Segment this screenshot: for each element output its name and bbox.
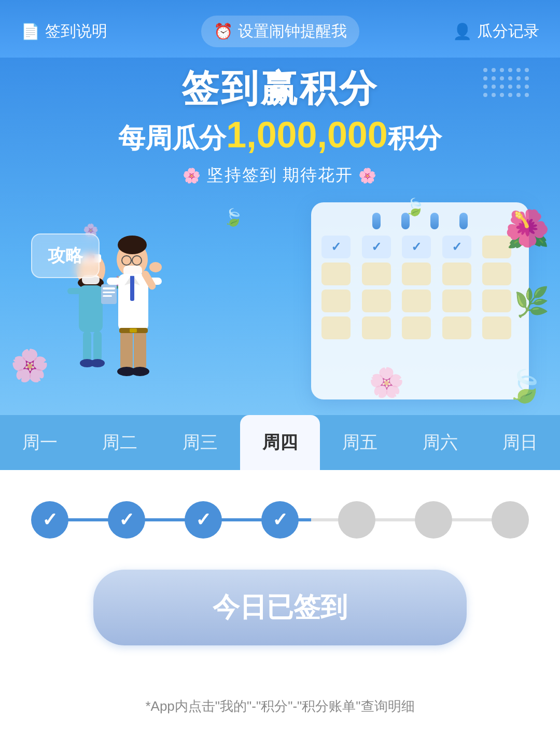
cal-cell-2-1 <box>362 289 391 312</box>
week-tab-周四[interactable]: 周四 <box>240 415 320 470</box>
cal-cell-0-3: ✓ <box>442 236 471 258</box>
progress-node-1: ✓ <box>31 501 68 539</box>
flower-icon-right: 🌸 <box>358 167 377 184</box>
cal-cell-2-0 <box>321 289 351 312</box>
hero-tagline: 🌸 坚持签到 期待花开 🌸 <box>0 164 560 187</box>
week-tab-周三[interactable]: 周三 <box>160 415 240 470</box>
hero-subtitle: 每周瓜分1,000,000积分 <box>0 114 560 157</box>
leaf-decoration-right: 🍃 <box>506 368 544 405</box>
cal-cell-3-0 <box>321 316 351 339</box>
svg-rect-22 <box>107 278 120 285</box>
cal-cell-1-1 <box>362 263 391 285</box>
week-tab-周五[interactable]: 周五 <box>320 415 400 470</box>
svg-rect-21 <box>130 275 134 301</box>
cal-ring-3 <box>430 213 439 229</box>
svg-rect-5 <box>67 288 81 294</box>
svg-rect-27 <box>134 329 146 371</box>
cal-cell-2-3 <box>442 289 471 312</box>
progress-node-4: ✓ <box>261 501 299 539</box>
leaf-decoration-top-right: 🌿 <box>514 285 550 319</box>
hero-title: 签到赢积分 <box>0 68 560 109</box>
dots-decoration <box>483 68 529 97</box>
flower-icon-left: 🌸 <box>183 167 202 184</box>
alarm-reminder-button[interactable]: ⏰ 设置闹钟提醒我 <box>201 16 359 47</box>
petal-bottom: 🌸 <box>369 366 404 399</box>
week-tab-周一[interactable]: 周一 <box>0 415 80 470</box>
cal-cell-3-3 <box>442 316 471 339</box>
subtitle-prefix: 每周瓜分 <box>118 123 226 153</box>
subtitle-suffix: 积分 <box>388 123 442 153</box>
svg-point-17 <box>118 236 147 254</box>
week-tab-周日[interactable]: 周日 <box>480 415 560 470</box>
svg-rect-11 <box>83 331 91 362</box>
progress-section: ✓✓✓✓ 今日已签到 <box>0 470 560 687</box>
share-record-button[interactable]: 👤 瓜分记录 <box>453 21 539 42</box>
document-icon: 📄 <box>21 22 40 40</box>
header: 📄 签到说明 ⏰ 设置闹钟提醒我 👤 瓜分记录 <box>0 0 560 58</box>
svg-point-25 <box>149 262 162 272</box>
cal-cell-1-0 <box>321 263 351 285</box>
cal-cell-1-3 <box>442 263 471 285</box>
svg-rect-7 <box>101 284 117 304</box>
svg-rect-9 <box>103 292 115 293</box>
progress-node-5 <box>338 501 375 539</box>
user-icon: 👤 <box>453 22 472 40</box>
svg-rect-8 <box>103 287 115 289</box>
checkin-guide-button[interactable]: 📄 签到说明 <box>21 21 107 42</box>
calendar-illustration: ✓✓✓✓ <box>311 202 529 399</box>
flower-decoration-right: 🌺 <box>505 208 550 250</box>
svg-rect-32 <box>123 266 142 276</box>
cal-cell-0-2: ✓ <box>402 236 431 258</box>
week-tab-周二[interactable]: 周二 <box>80 415 160 470</box>
cal-ring-4 <box>459 213 468 229</box>
hero-banner: 签到赢积分 每周瓜分1,000,000积分 🌸 坚持签到 期待花开 🌸 攻略 🌸… <box>0 58 560 415</box>
cal-ring-1 <box>372 213 381 229</box>
cal-cell-3-4 <box>482 316 511 339</box>
svg-point-31 <box>131 367 149 376</box>
cal-cell-2-2 <box>402 289 431 312</box>
progress-node-3: ✓ <box>185 501 222 539</box>
cal-cell-0-0: ✓ <box>321 236 351 258</box>
svg-rect-10 <box>103 295 112 297</box>
svg-point-14 <box>90 359 105 367</box>
cal-cell-0-1: ✓ <box>362 236 391 258</box>
svg-rect-4 <box>79 285 103 332</box>
cal-cell-3-2 <box>402 316 431 339</box>
cal-cell-3-1 <box>362 316 391 339</box>
svg-rect-12 <box>93 331 102 362</box>
subtitle-number: 1,000,000 <box>226 115 387 155</box>
alarm-icon: ⏰ <box>214 22 233 40</box>
progress-node-7 <box>492 501 529 539</box>
calendar-grid: ✓✓✓✓ <box>321 236 519 339</box>
week-tabs: 周一周二周三周四周五周六周日 <box>0 415 560 470</box>
svg-rect-26 <box>120 329 133 371</box>
alarm-label: 设置闹钟提醒我 <box>238 21 347 42</box>
leaf-scattered: 🍃 <box>404 197 425 217</box>
progress-track: ✓✓✓✓ <box>31 501 529 539</box>
progress-node-6 <box>415 501 452 539</box>
checkin-guide-label: 签到说明 <box>45 21 107 42</box>
signin-button[interactable]: 今日已签到 <box>93 570 467 645</box>
cal-cell-1-4 <box>482 263 511 285</box>
week-tab-周六[interactable]: 周六 <box>400 415 480 470</box>
svg-rect-29 <box>130 328 137 333</box>
footer-note: *App内点击"我的"-"积分"-"积分账单"查询明细 <box>0 687 560 731</box>
hero-illustration: 攻略 🌸 🌸 🌺 🍃 <box>0 192 560 415</box>
footer-text: *App内点击"我的"-"积分"-"积分账单"查询明细 <box>145 698 414 714</box>
cal-cell-1-2 <box>402 263 431 285</box>
share-record-label: 瓜分记录 <box>477 21 539 42</box>
progress-node-2: ✓ <box>108 501 145 539</box>
progress-nodes: ✓✓✓✓ <box>31 501 529 539</box>
cal-cell-2-4 <box>482 289 511 312</box>
tagline-text: 坚持签到 期待花开 <box>207 164 354 187</box>
strategy-button[interactable]: 攻略 <box>31 233 100 278</box>
leaf-1: 🍃 <box>223 208 244 227</box>
